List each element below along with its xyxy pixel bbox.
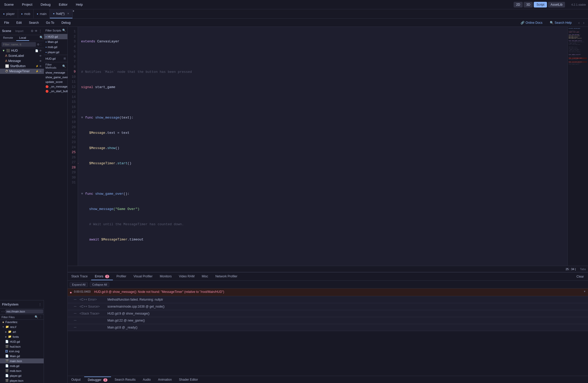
scripts-search-icon[interactable]: 🔍 [62, 29, 66, 32]
collapse-all-button[interactable]: Collapse All [90, 282, 109, 287]
import-tab[interactable]: Import [15, 29, 23, 33]
fs-maintscn[interactable]: 🎬 main.tscn [0, 358, 44, 363]
error-expand-icon[interactable]: ▼ [583, 290, 586, 293]
scene-filter-menu-icon[interactable]: ⋮ [40, 43, 42, 46]
scene-node-scorelabel[interactable]: A ScoreLabel 👁 [0, 53, 44, 58]
sec-goto[interactable]: Go To [44, 20, 56, 25]
menu-debug[interactable]: Debug [38, 2, 52, 7]
scene-search-icon[interactable]: 🔍 [39, 35, 44, 41]
fs-art[interactable]: ▶ 📁 art [0, 329, 44, 334]
fs-mobgd[interactable]: 📄 mob.gd [0, 363, 44, 368]
footer-output[interactable]: Output [68, 377, 84, 382]
menu-editor[interactable]: Editor [57, 2, 70, 7]
fs-back-icon[interactable]: ‹ [2, 310, 3, 313]
methods-search-icon[interactable]: 🔍 [62, 65, 66, 68]
method-on-start-button[interactable]: 🔴 _on_start_button_p... [44, 89, 67, 93]
online-docs-button[interactable]: 🔗 Online Docs [519, 20, 544, 25]
mode-3d[interactable]: 3D [524, 2, 533, 7]
startbutton-vis-icon[interactable]: 👁 [39, 65, 42, 68]
footer-animation[interactable]: Animation [154, 377, 175, 382]
fs-fonts[interactable]: ▶ 📁 fonts [0, 334, 44, 339]
scene-node-message[interactable]: A Message 👁 [0, 58, 44, 64]
footer-tabs: Output Debugger 3 Search Results Audio A… [68, 376, 588, 383]
fs-filter-menu-icon[interactable]: ⋮ [39, 315, 42, 319]
footer-audio[interactable]: Audio [139, 377, 154, 382]
fs-iconsvg[interactable]: 🖼 icon.svg [0, 349, 44, 354]
script-mobgd[interactable]: ● mob.gd [44, 44, 67, 50]
mode-2d[interactable]: 2D [514, 2, 523, 7]
menu-scene[interactable]: Scene [2, 2, 16, 7]
remote-tab[interactable]: Remote [0, 35, 16, 41]
methods-layout-icon[interactable]: ⊞ [64, 57, 66, 60]
fs-maingd[interactable]: 📄 Main.gd [0, 354, 44, 358]
tab-visual-profiler[interactable]: Visual Profiler [130, 273, 156, 280]
tab-profiler[interactable]: Profiler [113, 273, 130, 280]
fs-hudgd[interactable]: 📄 HUD.gd [0, 339, 44, 344]
menu-help[interactable]: Help [74, 2, 85, 7]
hud-vis-icon[interactable]: 👁 [39, 49, 42, 52]
hud-script-icon[interactable]: 📄 [35, 49, 38, 52]
method-show-message[interactable]: show_message [44, 70, 67, 75]
method-on-message-timer[interactable]: 🔴 _on_message_time... [44, 84, 67, 89]
sec-debug[interactable]: Debug [59, 20, 73, 25]
fs-filter-search-icon[interactable]: 🔍 [35, 315, 38, 319]
tab-hud-close[interactable]: ✕ [67, 12, 69, 15]
add-tab-button[interactable]: + [73, 9, 74, 18]
footer-search[interactable]: Search Results [111, 377, 139, 382]
footer-debugger[interactable]: Debugger 3 [84, 377, 111, 383]
tab-video-ram[interactable]: Video RAM [175, 273, 198, 280]
tab-mob[interactable]: ● mob [18, 9, 34, 18]
fs-mobtscn[interactable]: 🎬 mob.tscn [0, 368, 44, 373]
scene-node-startbutton[interactable]: ⬜ StartButton ⚡ 👁 [0, 64, 44, 69]
messagetimer-vis-icon[interactable]: 👁 [39, 70, 42, 73]
code-content[interactable]: extends CanvasLayer # Notifies `Main` no… [78, 27, 567, 266]
scene-eye-icon[interactable]: 👁 [35, 29, 38, 33]
fs-playergd[interactable]: 📄 player.gd [0, 373, 44, 378]
scene-menu-icon[interactable]: ⋮ [39, 29, 42, 33]
mode-assetlib[interactable]: AssetLib [548, 2, 565, 7]
scene-node-messagetimer[interactable]: ⏱ MessageTimer ⚡ 👁 [0, 69, 44, 74]
fs-hudtscn[interactable]: 🎬 hud.tscn [0, 344, 44, 349]
search-help-button[interactable]: 🔍 Search Help [548, 20, 574, 25]
sub-main8-icon: — [74, 326, 76, 329]
script-maingd[interactable]: ● Main.gd [44, 39, 67, 44]
expand-all-button[interactable]: Expand All [70, 282, 88, 287]
tab-main[interactable]: ● main [34, 9, 50, 18]
error-row-main[interactable]: ● 0:00:01:0403 HUD.gd:9 @ show_message()… [68, 288, 588, 296]
sec-search[interactable]: Search [27, 20, 41, 25]
sec-file[interactable]: File [2, 20, 11, 25]
menu-project[interactable]: Project [20, 2, 34, 7]
fs-path-input[interactable] [5, 309, 43, 314]
art-expand-icon: ▶ [5, 331, 7, 333]
script-hudgd[interactable]: ● HUD.gd [44, 34, 67, 39]
script-playergd[interactable]: ● player.gd [44, 50, 67, 55]
local-tab[interactable]: Local [16, 35, 29, 41]
fs-menu-icon[interactable]: ⋮ [38, 303, 42, 306]
scene-node-hud[interactable]: ▼ ⬛ HUD 📄 👁 [0, 48, 44, 53]
ln-8: 8 [68, 64, 78, 69]
message-vis-icon[interactable]: 👁 [39, 60, 42, 62]
tab-player[interactable]: ● player [0, 9, 18, 18]
fs-playertscn[interactable]: 🎬 player.tscn [0, 378, 44, 383]
method-show-game-over[interactable]: show_game_over [44, 75, 67, 80]
tab-errors[interactable]: Errors 3 [91, 273, 113, 280]
fs-res-root[interactable]: ▼ 📁 res:// [0, 324, 44, 329]
mode-script[interactable]: Script [534, 2, 547, 7]
scene-settings-icon[interactable]: ⚙ [31, 29, 34, 33]
scene-filter-settings-icon[interactable]: ⚙ [37, 43, 40, 46]
tab-network-profiler[interactable]: Network Profiler [212, 273, 241, 280]
scorelabel-vis-icon[interactable]: 👁 [39, 54, 42, 57]
clear-button[interactable]: Clear [574, 274, 586, 279]
sec-edit[interactable]: Edit [14, 20, 24, 25]
nav-back[interactable]: ‹ [577, 20, 581, 26]
tab-monitors[interactable]: Monitors [156, 273, 175, 280]
fs-forward-icon[interactable]: › [4, 310, 5, 313]
code-editor[interactable]: 1 2 3 4 5 6 7 8 9 10 11 12 13 14 15 16 1 [68, 27, 588, 266]
tab-misc[interactable]: Misc [198, 273, 212, 280]
scene-filter-input[interactable] [2, 42, 36, 47]
method-update-score[interactable]: update_score [44, 80, 67, 84]
footer-shader[interactable]: Shader Editor [175, 377, 201, 382]
tab-hud[interactable]: ● hud(*) ✕ [50, 9, 73, 18]
tab-stack-trace[interactable]: Stack Trace [68, 273, 91, 280]
nav-forward[interactable]: › [582, 20, 586, 26]
